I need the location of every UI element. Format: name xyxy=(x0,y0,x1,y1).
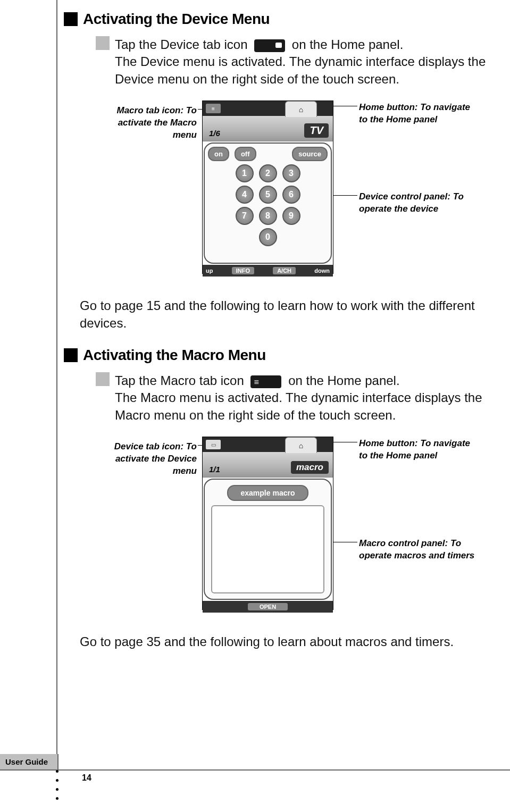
page-number: 14 xyxy=(82,773,91,783)
page-indicator: 1/6 xyxy=(209,129,220,138)
step-pre: Tap the Device tab icon xyxy=(115,37,251,52)
step-bullet xyxy=(96,36,110,50)
macro-tab-icon-inline xyxy=(250,375,281,388)
keypad-4[interactable]: 4 xyxy=(236,186,254,204)
on-button[interactable]: on xyxy=(208,147,229,161)
device-outro: Go to page 15 and the following to learn… xyxy=(80,297,505,332)
callout-macro-tab: Macro tab icon: To activate the Macro me… xyxy=(96,105,197,141)
keypad-1[interactable]: 1 xyxy=(236,164,254,182)
device-screen: ≡ ⌂ 1/6 TV on off source 1 2 3 xyxy=(202,101,333,274)
heading-text: Activating the Device Menu xyxy=(83,11,270,28)
macro-desc: The Macro menu is activated. The dynamic… xyxy=(115,389,505,424)
foot-avch[interactable]: A/CH xyxy=(273,267,296,274)
macro-step: Tap the Macro tab icon on the Home panel… xyxy=(96,372,505,424)
step-pre: Tap the Macro tab icon xyxy=(115,373,247,388)
heading-bullet xyxy=(64,348,78,362)
user-guide-tab: User Guide xyxy=(0,754,58,769)
step-post: on the Home panel. xyxy=(288,373,399,388)
example-macro-button[interactable]: example macro xyxy=(227,485,309,501)
keypad-0[interactable]: 0 xyxy=(259,228,277,246)
sidebar-rule xyxy=(56,0,57,767)
device-step: Tap the Device tab icon on the Home pane… xyxy=(96,36,505,88)
macro-tab-label: macro xyxy=(291,461,329,474)
macro-control-panel: example macro xyxy=(204,479,332,600)
section-device-heading: Activating the Device Menu xyxy=(64,11,505,28)
macro-screen: ▭ ⌂ 1/1 macro example macro OPEN xyxy=(202,437,333,610)
macro-step-text: Tap the Macro tab icon on the Home panel… xyxy=(115,372,400,389)
device-step-text: Tap the Device tab icon on the Home pane… xyxy=(115,36,403,53)
page-content: Activating the Device Menu Tap the Devic… xyxy=(64,11,505,651)
keypad-9[interactable]: 9 xyxy=(282,207,300,225)
dot-icon xyxy=(56,779,58,782)
screen-footer: up INFO A/CH down xyxy=(203,265,333,277)
keypad-3[interactable]: 3 xyxy=(282,164,300,182)
step-bullet xyxy=(96,372,110,386)
page-footer: User Guide 14 xyxy=(0,754,510,771)
device-tab-icon[interactable]: ▭ xyxy=(206,440,221,449)
macro-diagram: Device tab icon: To activate the Device … xyxy=(64,437,505,621)
foot-up[interactable]: up xyxy=(206,267,213,274)
callout-home-button: Home button: To navigate to the Home pan… xyxy=(359,438,476,462)
section-macro-heading: Activating the Macro Menu xyxy=(64,347,505,364)
device-tab-icon-inline xyxy=(254,39,285,52)
callout-macro-panel: Macro control panel: To operate macros a… xyxy=(359,538,476,562)
screen-footer: OPEN xyxy=(203,601,333,613)
macro-list-area xyxy=(211,505,324,593)
footer-rule xyxy=(0,769,510,771)
macro-outro: Go to page 35 and the following to learn… xyxy=(80,633,505,650)
home-button[interactable]: ⌂ xyxy=(285,101,317,117)
callout-device-panel: Device control panel: To operate the dev… xyxy=(359,191,476,215)
step-post: on the Home panel. xyxy=(292,37,403,52)
home-icon: ⌂ xyxy=(299,105,303,114)
home-button[interactable]: ⌂ xyxy=(285,437,317,453)
source-button[interactable]: source xyxy=(292,147,328,161)
keypad-6[interactable]: 6 xyxy=(282,186,300,204)
dot-icon xyxy=(56,797,58,800)
callout-device-tab: Device tab icon: To activate the Device … xyxy=(96,441,197,478)
heading-bullet xyxy=(64,12,78,26)
macro-tab-icon[interactable]: ≡ xyxy=(206,104,221,113)
device-tab-label: TV xyxy=(304,123,329,138)
device-desc: The Device menu is activated. The dynami… xyxy=(115,53,505,88)
keypad-7[interactable]: 7 xyxy=(236,207,254,225)
keypad-5[interactable]: 5 xyxy=(259,186,277,204)
callout-home-button: Home button: To navigate to the Home pan… xyxy=(359,102,476,126)
foot-open[interactable]: OPEN xyxy=(248,603,288,610)
device-control-panel: on off source 1 2 3 4 5 6 7 8 xyxy=(204,143,332,264)
foot-info[interactable]: INFO xyxy=(232,267,254,274)
dot-icon xyxy=(56,788,58,791)
screen-tab-area: ⌂ 1/1 macro xyxy=(203,452,333,478)
heading-text: Activating the Macro Menu xyxy=(83,347,266,364)
home-icon: ⌂ xyxy=(299,441,303,450)
dot-icon xyxy=(56,770,58,773)
keypad-2[interactable]: 2 xyxy=(259,164,277,182)
screen-tab-area: ⌂ 1/6 TV xyxy=(203,116,333,141)
foot-down[interactable]: down xyxy=(314,267,330,274)
off-button[interactable]: off xyxy=(235,147,256,161)
footer-dots xyxy=(56,770,58,800)
keypad-8[interactable]: 8 xyxy=(259,207,277,225)
page-indicator: 1/1 xyxy=(209,465,220,474)
device-diagram: Macro tab icon: To activate the Macro me… xyxy=(64,101,505,284)
